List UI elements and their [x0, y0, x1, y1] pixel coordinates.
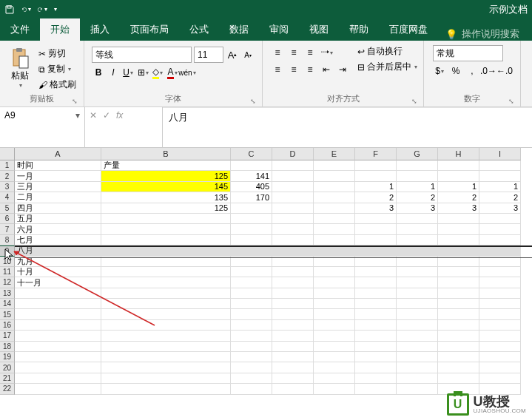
wrap-text-button[interactable]: ↩自动换行	[357, 45, 417, 58]
cell-G2[interactable]	[397, 171, 438, 181]
col-header-F[interactable]: F	[355, 148, 397, 160]
cell-D11[interactable]	[272, 267, 314, 277]
cell-F6[interactable]	[355, 214, 397, 224]
cell-H6[interactable]	[438, 214, 479, 224]
cell-H8[interactable]	[438, 235, 479, 245]
cell-E11[interactable]	[314, 267, 355, 277]
cell-C15[interactable]	[231, 309, 272, 319]
row-header-4[interactable]: 4	[0, 192, 15, 203]
cell-C11[interactable]	[231, 267, 272, 277]
align-right-icon[interactable]: ≡	[303, 62, 317, 77]
cell-G18[interactable]	[397, 342, 438, 352]
cell-B21[interactable]	[101, 373, 231, 384]
tab-formulas[interactable]: 公式	[179, 18, 219, 41]
cell-D21[interactable]	[272, 373, 314, 384]
cell-D22[interactable]	[272, 384, 314, 394]
number-format-select[interactable]	[433, 45, 503, 61]
cell-D1[interactable]	[272, 160, 314, 171]
cell-E14[interactable]	[314, 299, 355, 309]
cell-F14[interactable]	[355, 299, 397, 309]
cell-C14[interactable]	[231, 299, 272, 309]
cell-F4[interactable]: 2	[355, 192, 397, 203]
undo-icon[interactable]: ▾	[21, 4, 31, 15]
cell-E20[interactable]	[314, 362, 355, 373]
tab-file[interactable]: 文件	[0, 18, 40, 41]
cell-D13[interactable]	[272, 288, 314, 299]
cell-E22[interactable]	[314, 384, 355, 394]
cell-B6[interactable]	[101, 214, 231, 224]
cell-B18[interactable]	[101, 342, 231, 352]
cell-I13[interactable]	[479, 288, 521, 299]
row-header-5[interactable]: 5	[0, 203, 15, 214]
phonetic-button[interactable]: wén▾	[181, 66, 194, 79]
cell-E8[interactable]	[314, 235, 355, 245]
cell-I15[interactable]	[479, 309, 521, 319]
cell-B4[interactable]: 135	[101, 192, 231, 203]
cell-A20[interactable]	[15, 362, 101, 373]
row-header-22[interactable]: 22	[0, 384, 15, 394]
cell-D14[interactable]	[272, 299, 314, 309]
cell-C3[interactable]: 405	[231, 182, 272, 192]
cell-F8[interactable]	[355, 235, 397, 245]
cell-C4[interactable]: 170	[231, 192, 272, 203]
row-header-18[interactable]: 18	[0, 342, 15, 352]
cell-G4[interactable]: 2	[397, 192, 438, 203]
col-header-I[interactable]: I	[479, 148, 521, 160]
col-header-G[interactable]: G	[397, 148, 438, 160]
row-header-8[interactable]: 8	[0, 235, 15, 245]
cell-G22[interactable]	[397, 384, 438, 394]
cell-A18[interactable]	[15, 342, 101, 352]
cell-H20[interactable]	[438, 362, 479, 373]
cell-A6[interactable]: 五月	[15, 214, 101, 224]
indent-increase-icon[interactable]: ⇥	[335, 62, 350, 77]
cell-E17[interactable]	[314, 331, 355, 341]
shrink-font-icon[interactable]: A▾	[241, 48, 255, 61]
cell-C22[interactable]	[231, 384, 272, 394]
cell-G20[interactable]	[397, 362, 438, 373]
cell-H18[interactable]	[438, 342, 479, 352]
cell-G14[interactable]	[397, 299, 438, 309]
row-header-17[interactable]: 17	[0, 331, 15, 341]
currency-icon[interactable]: $▾	[433, 64, 446, 78]
formula-input[interactable]: 八月	[163, 107, 532, 147]
decrease-decimal-icon[interactable]: ←.0	[498, 64, 511, 78]
dialog-launcher-icon[interactable]: ⤡	[72, 98, 78, 105]
name-box-input[interactable]	[4, 110, 64, 121]
cell-B22[interactable]	[101, 384, 231, 394]
cell-G3[interactable]: 1	[397, 182, 438, 192]
cell-A21[interactable]	[15, 373, 101, 384]
cell-F3[interactable]: 1	[355, 182, 397, 192]
cell-D19[interactable]	[272, 352, 314, 362]
cell-D2[interactable]	[272, 171, 314, 181]
cell-F22[interactable]	[355, 384, 397, 394]
cell-G11[interactable]	[397, 267, 438, 277]
cell-I9[interactable]	[479, 245, 521, 256]
cell-B3[interactable]: 145	[101, 182, 231, 192]
cell-G6[interactable]	[397, 214, 438, 224]
cell-G9[interactable]	[397, 245, 438, 256]
cell-D18[interactable]	[272, 342, 314, 352]
percent-icon[interactable]: %	[449, 64, 462, 78]
cell-C2[interactable]: 141	[231, 171, 272, 181]
comma-icon[interactable]: ,	[465, 64, 479, 78]
cell-I6[interactable]	[479, 214, 521, 224]
row-header-3[interactable]: 3	[0, 182, 15, 192]
cell-H3[interactable]: 1	[438, 182, 479, 192]
cell-E13[interactable]	[314, 288, 355, 299]
cell-H11[interactable]	[438, 267, 479, 277]
increase-decimal-icon[interactable]: .0→	[482, 64, 495, 78]
align-middle-icon[interactable]: ≡	[286, 45, 301, 60]
cell-F15[interactable]	[355, 309, 397, 319]
cell-F12[interactable]	[355, 277, 397, 288]
cell-I1[interactable]	[479, 160, 521, 171]
cell-F16[interactable]	[355, 320, 397, 331]
cell-I2[interactable]	[479, 171, 521, 181]
cell-F17[interactable]	[355, 331, 397, 341]
tab-baidu[interactable]: 百度网盘	[379, 18, 438, 41]
cell-E1[interactable]	[314, 160, 355, 171]
cell-E18[interactable]	[314, 342, 355, 352]
tab-view[interactable]: 视图	[299, 18, 339, 41]
cell-B5[interactable]: 125	[101, 203, 231, 214]
font-name-select[interactable]	[92, 47, 192, 63]
cell-I19[interactable]	[479, 352, 521, 362]
